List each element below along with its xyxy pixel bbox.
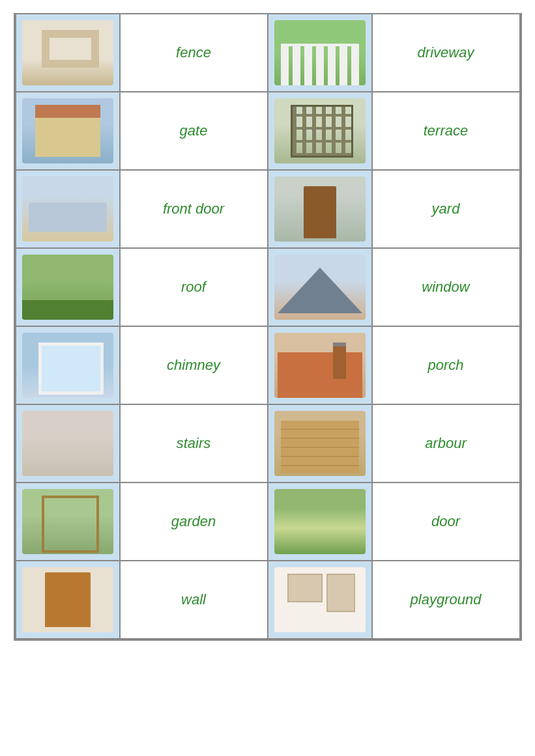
image-cell (16, 171, 121, 249)
word-cell: roof (121, 249, 268, 327)
image-cell (268, 92, 373, 171)
image-cell (268, 249, 373, 327)
vocabulary-word: fence (176, 44, 211, 61)
word-cell: arbour (373, 405, 521, 483)
vocabulary-word: chimney (167, 357, 220, 374)
word-cell: porch (373, 327, 521, 405)
vocabulary-word: yard (432, 201, 460, 217)
word-cell: terrace (373, 92, 521, 171)
image-cell (268, 327, 373, 405)
vocabulary-word: arbour (425, 435, 467, 452)
vocabulary-word: terrace (424, 122, 468, 139)
vocabulary-word: stairs (177, 435, 211, 452)
word-cell: gate (121, 92, 268, 171)
word-cell: chimney (121, 327, 268, 405)
image-cell (16, 92, 121, 171)
vocabulary-word: front door (163, 201, 224, 217)
vocabulary-word: garden (171, 513, 216, 530)
vocabulary-grid: fencedrivewaygateterracefront dooryardro… (15, 14, 521, 639)
vocabulary-word: driveway (418, 44, 474, 61)
vocabulary-word: wall (181, 591, 206, 608)
vocabulary-word: door (431, 513, 460, 530)
word-cell: door (373, 483, 521, 561)
word-cell: driveway (373, 14, 521, 92)
image-cell (16, 14, 121, 92)
vocabulary-word: window (422, 279, 469, 296)
word-cell: playground (373, 561, 521, 639)
word-cell: fence (121, 14, 268, 92)
image-cell (268, 561, 373, 639)
vocabulary-word: playground (411, 591, 482, 608)
vocabulary-word: porch (427, 357, 463, 374)
image-cell (16, 327, 121, 405)
word-cell: front door (121, 171, 268, 249)
image-cell (268, 405, 373, 483)
word-cell: stairs (121, 405, 268, 483)
image-cell (268, 14, 373, 92)
image-cell (16, 561, 121, 639)
image-cell (268, 483, 373, 561)
image-cell (16, 483, 121, 561)
image-cell (16, 249, 121, 327)
word-cell: garden (121, 483, 268, 561)
word-cell: wall (121, 561, 268, 639)
word-cell: window (373, 249, 521, 327)
vocabulary-word: roof (181, 279, 206, 296)
vocabulary-word: gate (180, 122, 208, 139)
word-cell: yard (373, 171, 521, 249)
image-cell (16, 405, 121, 483)
image-cell (268, 171, 373, 249)
